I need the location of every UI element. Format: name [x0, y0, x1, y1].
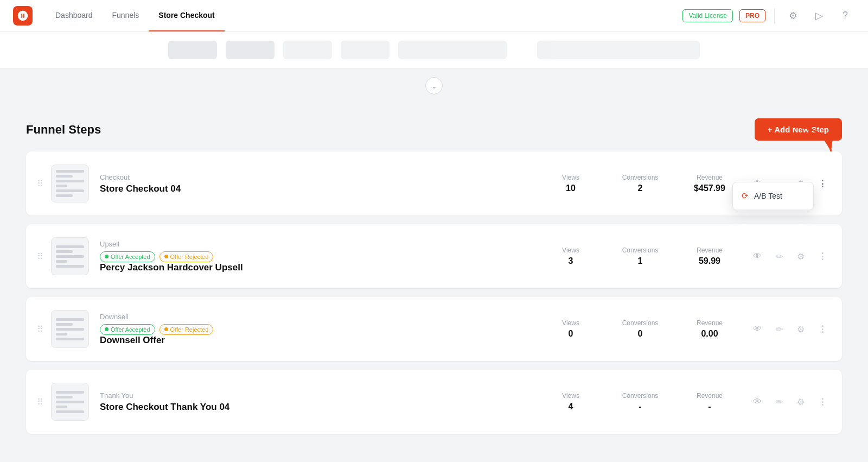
- stat-revenue-3: Revenue 0.00: [688, 319, 731, 339]
- rejected-dot: [164, 255, 168, 258]
- revenue-value-3: 0.00: [688, 329, 731, 339]
- help-button[interactable]: ?: [835, 6, 855, 26]
- drag-handle-3[interactable]: ⠿: [37, 324, 43, 334]
- edit-icon-2[interactable]: ✏: [770, 248, 788, 265]
- navbar-right: Valid License PRO ⚙ ▷ ?: [682, 6, 855, 26]
- step-actions-3: 👁 ✏ ⚙ ⋮: [749, 320, 831, 338]
- stat-conversions-4: Conversions -: [618, 392, 662, 412]
- nav-links: Dashboard Funnels Store Checkout: [46, 0, 225, 31]
- conversions-value-1: 2: [618, 183, 662, 193]
- logo-icon: [17, 10, 29, 22]
- revenue-label-4: Revenue: [688, 392, 731, 400]
- nav-funnels[interactable]: Funnels: [103, 0, 149, 31]
- step-card-1: ⠿ Checkout Store Checkout 04 Views 10 Co…: [26, 151, 842, 216]
- more-icon-4[interactable]: ⋮: [814, 393, 831, 410]
- stat-views-4: Views 4: [549, 392, 592, 412]
- more-icon-1[interactable]: ⋮: [814, 175, 831, 192]
- more-icon-2[interactable]: ⋮: [814, 248, 831, 265]
- stat-conversions-2: Conversions 1: [618, 246, 662, 266]
- chevron-row: ⌄: [0, 68, 868, 103]
- views-value-1: 10: [549, 183, 592, 193]
- play-button[interactable]: ▷: [809, 6, 829, 26]
- step-thumbnail-1: [51, 164, 89, 202]
- drag-handle-4[interactable]: ⠿: [37, 397, 43, 407]
- offer-accepted-badge-2[interactable]: Offer Accepted: [100, 251, 155, 262]
- view-icon-4[interactable]: 👁: [749, 393, 766, 410]
- step-type-1: Checkout: [100, 173, 549, 181]
- revenue-label-2: Revenue: [688, 246, 731, 254]
- thumb-line: [56, 391, 84, 394]
- thumb-line: [56, 333, 67, 336]
- conversions-label-3: Conversions: [618, 319, 662, 327]
- strip-pill-1: [168, 41, 217, 59]
- top-strip: [0, 31, 868, 68]
- thumb-line: [56, 170, 84, 173]
- step-thumbnail-3: [51, 310, 89, 348]
- step-card-3: ⠿ Downsell Offer Accepted Offer Rejected: [26, 297, 842, 361]
- views-label-4: Views: [549, 392, 592, 400]
- stat-conversions-1: Conversions 2: [618, 174, 662, 193]
- thumb-line: [56, 401, 84, 403]
- revenue-value-2: 59.99: [688, 256, 731, 266]
- stat-views-1: Views 10: [549, 174, 592, 193]
- thumb-line: [56, 265, 84, 268]
- thumb-line: [56, 406, 67, 408]
- thumb-line: [56, 180, 84, 182]
- add-new-step-button[interactable]: + Add New Step: [755, 118, 842, 141]
- nav-store-checkout[interactable]: Store Checkout: [149, 0, 224, 31]
- stat-views-3: Views 0: [549, 319, 592, 339]
- more-icon-3[interactable]: ⋮: [814, 320, 831, 338]
- views-label-3: Views: [549, 319, 592, 327]
- settings-icon-2[interactable]: ⚙: [792, 248, 809, 265]
- edit-icon-4[interactable]: ✏: [770, 393, 788, 410]
- funnel-steps-title: Funnel Steps: [26, 123, 101, 137]
- thumb-line: [56, 260, 67, 263]
- step-type-4: Thank You: [100, 391, 549, 400]
- collapse-button[interactable]: ⌄: [425, 77, 443, 94]
- step-badges-3: Offer Accepted Offer Rejected: [100, 324, 549, 335]
- thumb-line: [56, 245, 84, 248]
- ab-test-item[interactable]: ⟳ A/B Test: [733, 186, 813, 206]
- pro-badge: PRO: [739, 9, 765, 22]
- stat-views-2: Views 3: [549, 246, 592, 266]
- view-icon-2[interactable]: 👁: [749, 248, 766, 265]
- views-value-4: 4: [549, 402, 592, 412]
- settings-button[interactable]: ⚙: [783, 6, 803, 26]
- drag-handle-2[interactable]: ⠿: [37, 251, 43, 262]
- step-info-1: Checkout Store Checkout 04: [100, 173, 549, 194]
- step-card-2: ⠿ Upsell Offer Accepted Offer Rejected: [26, 224, 842, 288]
- nav-dashboard[interactable]: Dashboard: [46, 0, 103, 31]
- step-actions-4: 👁 ✏ ⚙ ⋮: [749, 393, 831, 410]
- stat-conversions-3: Conversions 0: [618, 319, 662, 339]
- view-icon-3[interactable]: 👁: [749, 320, 766, 338]
- thumb-line: [56, 185, 67, 187]
- edit-icon-3[interactable]: ✏: [770, 320, 788, 338]
- step-name-3: Downsell Offer: [100, 335, 549, 346]
- step-thumbnail-2: [51, 237, 89, 275]
- strip-pill-2: [226, 41, 275, 59]
- offer-rejected-badge-2[interactable]: Offer Rejected: [159, 251, 214, 262]
- step-name-1: Store Checkout 04: [100, 183, 549, 194]
- dropdown-menu-1: ⟳ A/B Test: [732, 182, 814, 210]
- strip-pill-3: [283, 41, 332, 59]
- valid-license-badge: Valid License: [682, 9, 733, 22]
- conversions-label-1: Conversions: [618, 174, 662, 181]
- revenue-label-3: Revenue: [688, 319, 731, 327]
- offer-accepted-badge-3[interactable]: Offer Accepted: [100, 324, 155, 335]
- ab-test-icon: ⟳: [742, 191, 749, 201]
- rejected-dot-3: [164, 327, 168, 331]
- drag-handle-1[interactable]: ⠿: [37, 179, 43, 189]
- thumb-line: [56, 338, 84, 340]
- step-info-2: Upsell Offer Accepted Offer Rejected Per…: [100, 240, 549, 273]
- app-logo[interactable]: [13, 6, 33, 26]
- thumb-line: [56, 255, 84, 258]
- stat-revenue-4: Revenue -: [688, 392, 731, 412]
- settings-icon-4[interactable]: ⚙: [792, 393, 809, 410]
- thumb-line: [56, 328, 84, 331]
- views-value-3: 0: [549, 329, 592, 339]
- ab-test-label: A/B Test: [754, 192, 782, 200]
- step-badges-2: Offer Accepted Offer Rejected: [100, 251, 549, 262]
- settings-icon-3[interactable]: ⚙: [792, 320, 809, 338]
- navbar: Dashboard Funnels Store Checkout Valid L…: [0, 0, 868, 31]
- offer-rejected-badge-3[interactable]: Offer Rejected: [159, 324, 214, 335]
